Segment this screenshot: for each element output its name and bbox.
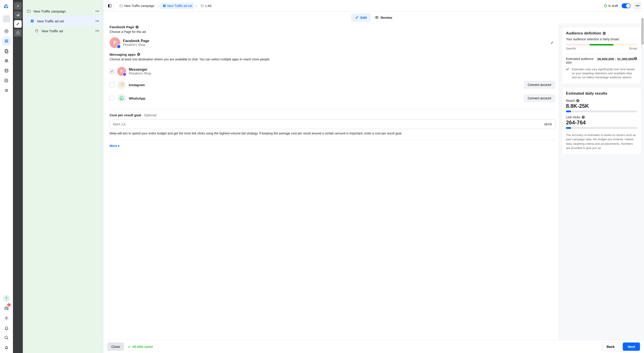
grid-icon: [163, 4, 166, 8]
nav-settings-icon[interactable]: [2, 314, 11, 322]
next-button[interactable]: Next: [623, 342, 640, 351]
facebook-badge-icon: [117, 45, 121, 49]
help-icon[interactable]: ?: [3, 295, 10, 302]
est-size-label: Estimated audience size:: [566, 57, 597, 64]
caret-down-icon: ▾: [118, 144, 120, 148]
tree-item-menu[interactable]: •••: [94, 9, 100, 14]
svg-point-37: [567, 69, 567, 69]
publish-toggle[interactable]: [622, 3, 630, 8]
svg-rect-20: [32, 20, 34, 21]
svg-point-8: [6, 60, 8, 61]
nav-notifications-icon[interactable]: [2, 323, 11, 332]
panel-history-icon[interactable]: [14, 29, 22, 37]
info-icon[interactable]: i: [137, 53, 140, 56]
tree-item-menu[interactable]: •••: [94, 18, 100, 24]
est-size-value: 26,600,000 - 31,300,000: [597, 57, 634, 61]
scrollbar[interactable]: [641, 18, 644, 45]
info-icon[interactable]: i: [576, 99, 580, 102]
breadcrumb-label: 1 Ad: [205, 4, 211, 8]
svg-rect-3: [5, 41, 8, 41]
nav-campaigns-icon[interactable]: [2, 37, 11, 46]
chevron-right-icon: ›: [196, 4, 197, 8]
currency-label: MYR: [544, 122, 552, 126]
nav-gauge-icon[interactable]: [2, 27, 11, 36]
folder-icon: [27, 9, 31, 13]
audience-gauge: [566, 44, 637, 46]
messenger-checkbox[interactable]: [110, 69, 114, 74]
breadcrumb-label: New Traffic campaign: [124, 4, 154, 8]
back-button[interactable]: Back: [602, 342, 620, 351]
instagram-connect-button[interactable]: Connect account: [524, 81, 555, 89]
info-icon[interactable]: i: [634, 57, 637, 60]
check-icon: [128, 345, 131, 348]
nav-billing-icon[interactable]: [2, 66, 11, 75]
svg-rect-5: [5, 50, 7, 52]
panel-chart-icon[interactable]: [14, 11, 22, 19]
breadcrumb-adset[interactable]: New Traffic ad set: [160, 3, 194, 9]
facebook-page-title: Facebook Page: [110, 25, 134, 29]
info-icon[interactable]: i: [136, 26, 139, 29]
svg-rect-30: [201, 5, 203, 7]
messenger-name: Messenger: [129, 68, 555, 72]
instagram-icon: [117, 80, 126, 89]
grid-icon: [30, 19, 34, 23]
nav-pages-icon[interactable]: [2, 47, 11, 56]
instagram-name: Instagram: [129, 83, 521, 87]
saved-status: All edits saved: [132, 345, 152, 348]
svg-point-38: [568, 69, 568, 70]
svg-rect-2: [5, 40, 8, 40]
svg-point-0: [5, 30, 8, 33]
svg-rect-21: [31, 21, 32, 22]
clicks-label: Link clicks: [566, 115, 580, 119]
meta-logo[interactable]: [3, 3, 10, 10]
cost-input[interactable]: [113, 122, 544, 126]
cost-help: Meta will aim to spend your entire budge…: [110, 131, 555, 136]
svg-point-35: [120, 96, 124, 100]
nav-search-icon[interactable]: [2, 333, 11, 342]
panel-edit-icon[interactable]: [14, 20, 22, 28]
account-avatar[interactable]: [3, 15, 10, 22]
nav-news-icon[interactable]: 1: [2, 304, 11, 313]
whatsapp-name: WhatsApp: [129, 96, 521, 100]
svg-rect-28: [163, 6, 164, 7]
nav-bug-icon[interactable]: [2, 343, 11, 352]
messenger-badge-icon: [122, 72, 126, 76]
instagram-checkbox[interactable]: [110, 82, 114, 87]
panel-toggle[interactable]: [106, 2, 114, 10]
breadcrumb-ad[interactable]: 1 Ad: [198, 3, 214, 9]
ad-icon: [200, 4, 204, 8]
pencil-icon: [355, 16, 359, 19]
panel-close-icon[interactable]: [14, 2, 22, 10]
svg-rect-6: [6, 50, 8, 53]
tab-review[interactable]: Review: [371, 13, 396, 22]
svg-point-34: [122, 84, 123, 84]
tab-edit[interactable]: Edit: [351, 14, 371, 22]
breadcrumb-label: New Traffic ad set: [167, 4, 192, 8]
tree-item-menu[interactable]: •••: [94, 28, 100, 34]
info-icon[interactable]: i: [603, 32, 606, 35]
whatsapp-checkbox[interactable]: [110, 96, 114, 101]
page-name: Facebook Page: [123, 39, 546, 43]
nav-audiences-icon[interactable]: [2, 56, 11, 65]
whatsapp-icon: [117, 94, 126, 103]
close-button[interactable]: Close: [107, 342, 124, 351]
info-icon[interactable]: i: [582, 116, 585, 119]
nav-reports-icon[interactable]: [2, 76, 11, 85]
nav-hamburger-icon[interactable]: [2, 86, 11, 95]
clicks-value: 264-764: [566, 119, 637, 126]
notification-badge: 1: [8, 303, 10, 306]
tree-campaign[interactable]: New Traffic campaign •••: [23, 6, 103, 16]
accuracy-text: The accuracy of estimates is based on fa…: [566, 133, 637, 150]
tree-ad[interactable]: New Traffic ad •••: [23, 26, 103, 36]
svg-point-31: [376, 17, 378, 18]
more-menu[interactable]: •••: [634, 2, 641, 10]
chevron-right-icon: ›: [158, 4, 159, 8]
gauge-specific: Specific: [566, 47, 576, 50]
breadcrumb-campaign[interactable]: New Traffic campaign: [117, 3, 156, 9]
cost-label: Cost per result goal: [110, 113, 141, 117]
more-link[interactable]: More ▾: [110, 144, 555, 148]
tree-adset[interactable]: New Traffic ad set •••: [23, 16, 103, 26]
audience-disclaimer: Estimates may vary significantly over ti…: [572, 67, 637, 80]
edit-page-button[interactable]: [549, 40, 555, 46]
whatsapp-connect-button[interactable]: Connect account: [524, 94, 555, 102]
